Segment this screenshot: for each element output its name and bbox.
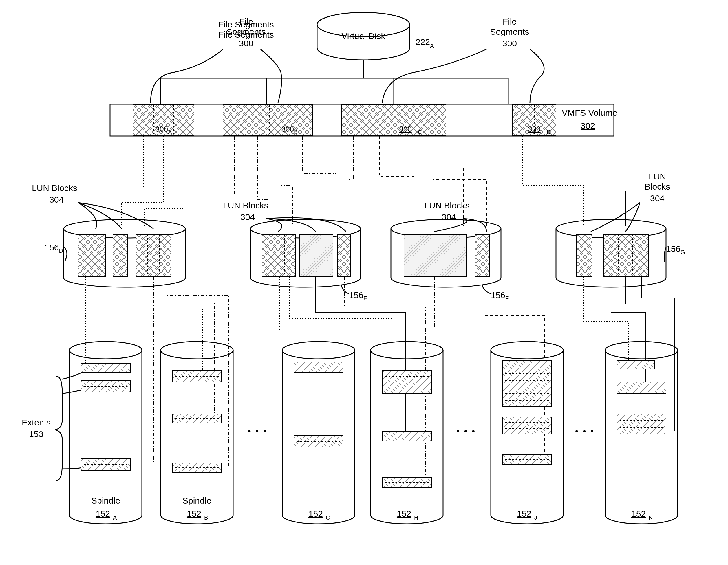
svg-rect-120 bbox=[502, 417, 552, 434]
svg-rect-50 bbox=[113, 235, 127, 277]
svg-point-112 bbox=[491, 341, 563, 359]
svg-point-84 bbox=[161, 341, 233, 359]
vdisk-connectors bbox=[151, 49, 544, 104]
svg-point-74 bbox=[69, 341, 142, 359]
svg-text:A: A bbox=[113, 514, 117, 521]
svg-text:Segments: Segments bbox=[226, 27, 266, 36]
segment-300b: 300B bbox=[223, 105, 313, 136]
svg-text:304: 304 bbox=[49, 195, 64, 204]
diagram-root: Virtual Disk 222A File Segments File Seg… bbox=[0, 0, 728, 565]
svg-text:D: D bbox=[547, 129, 551, 135]
svg-text:N: N bbox=[649, 514, 653, 521]
lun-156f: 156F bbox=[391, 220, 509, 301]
ellipsis-2: • • • bbox=[456, 426, 476, 436]
svg-text:153: 153 bbox=[29, 429, 43, 439]
svg-rect-128 bbox=[617, 360, 654, 369]
svg-point-127 bbox=[605, 341, 678, 359]
lun-label-3: LUN Blocks 304 bbox=[424, 201, 486, 232]
svg-text:Segments: Segments bbox=[490, 27, 529, 36]
svg-text:File: File bbox=[239, 17, 253, 26]
svg-text:LUN: LUN bbox=[649, 172, 666, 181]
svg-text:LUN Blocks: LUN Blocks bbox=[32, 183, 77, 193]
svg-text:152: 152 bbox=[517, 509, 531, 518]
svg-text:300: 300 bbox=[239, 39, 253, 48]
svg-text:J: J bbox=[534, 514, 537, 521]
svg-text:300: 300 bbox=[528, 125, 540, 134]
svg-rect-63 bbox=[404, 235, 466, 277]
svg-text:152: 152 bbox=[397, 509, 411, 518]
spindle-152g: 152 G bbox=[282, 341, 355, 524]
virtual-disk-label: Virtual Disk bbox=[341, 31, 385, 41]
seg-to-lun-lines bbox=[96, 136, 625, 226]
lun-156g: 156G bbox=[556, 220, 685, 287]
svg-text:156E: 156E bbox=[349, 290, 367, 301]
spindle-152a: Spindle 152 A bbox=[69, 341, 142, 524]
svg-text:300: 300 bbox=[399, 125, 411, 134]
svg-rect-68 bbox=[604, 235, 649, 277]
svg-rect-59 bbox=[300, 235, 333, 277]
svg-text:H: H bbox=[414, 514, 418, 521]
svg-text:LUN Blocks: LUN Blocks bbox=[223, 201, 268, 210]
svg-rect-23 bbox=[223, 105, 313, 136]
svg-text:File: File bbox=[503, 17, 517, 26]
svg-text:B: B bbox=[204, 514, 208, 521]
ellipsis-3: • • • bbox=[575, 426, 595, 436]
svg-text:304: 304 bbox=[442, 212, 456, 222]
svg-text:152: 152 bbox=[631, 509, 646, 518]
lun-156d: 156D bbox=[44, 220, 185, 287]
lun-label-1: LUN Blocks 304 bbox=[32, 183, 153, 229]
svg-text:Spindle: Spindle bbox=[91, 496, 120, 505]
svg-rect-67 bbox=[576, 235, 592, 277]
virtual-disk-ref: 222A bbox=[416, 37, 434, 49]
svg-point-94 bbox=[282, 341, 355, 359]
svg-text:G: G bbox=[326, 514, 330, 521]
segment-300d: 300 D bbox=[513, 105, 556, 136]
svg-rect-56 bbox=[262, 235, 295, 277]
svg-rect-60 bbox=[337, 235, 350, 277]
vmfs-volume-label: VMFS Volume bbox=[562, 108, 617, 118]
svg-text:Blocks: Blocks bbox=[645, 182, 670, 191]
virtual-disk: Virtual Disk bbox=[317, 12, 410, 60]
svg-rect-51 bbox=[136, 235, 171, 277]
svg-text:LUN Blocks: LUN Blocks bbox=[424, 201, 470, 210]
svg-rect-64 bbox=[475, 235, 489, 277]
svg-text:152: 152 bbox=[308, 509, 323, 518]
svg-point-101 bbox=[371, 341, 443, 359]
spindle-152j: 152 J bbox=[491, 341, 563, 524]
svg-text:C: C bbox=[418, 129, 422, 135]
svg-text:156G: 156G bbox=[666, 244, 685, 255]
spindle-152n: 152 N bbox=[605, 341, 678, 524]
svg-text:304: 304 bbox=[240, 212, 255, 222]
spindle-152b: Spindle 152 B bbox=[161, 341, 233, 524]
vmfs-volume: 300A 300B 300 C 300 D VMFS Volume 302 bbox=[110, 104, 617, 136]
svg-text:Extents: Extents bbox=[22, 418, 51, 427]
spindle-152h: 152 H bbox=[371, 341, 443, 524]
svg-text:300: 300 bbox=[502, 39, 517, 48]
lun-label-4: LUN Blocks 304 bbox=[591, 172, 670, 232]
vmfs-volume-ref: 302 bbox=[581, 121, 595, 131]
svg-text:156D: 156D bbox=[44, 243, 63, 254]
ellipsis-1: • • • bbox=[248, 426, 268, 436]
svg-text:156F: 156F bbox=[491, 290, 509, 301]
svg-text:Spindle: Spindle bbox=[182, 496, 211, 505]
svg-text:152: 152 bbox=[187, 509, 201, 518]
segment-300c: 300 C bbox=[342, 105, 446, 136]
svg-rect-131 bbox=[617, 414, 666, 434]
lun-label-2: LUN Blocks 304 bbox=[223, 201, 346, 232]
lun-156e: 156E bbox=[250, 220, 367, 301]
file-segments-right: File Segments 300 bbox=[490, 17, 529, 48]
segment-300a: 300A bbox=[133, 105, 194, 136]
svg-text:304: 304 bbox=[650, 193, 665, 203]
svg-text:152: 152 bbox=[96, 509, 110, 518]
